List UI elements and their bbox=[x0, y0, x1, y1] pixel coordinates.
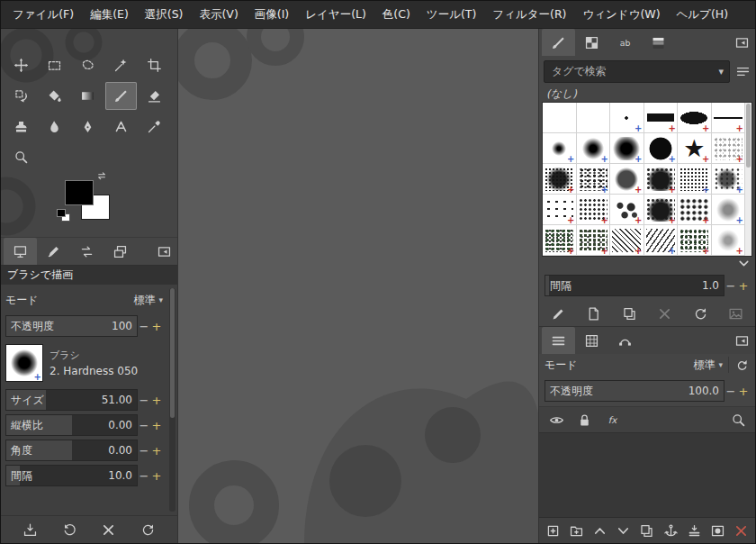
gradients-tab[interactable] bbox=[642, 29, 675, 56]
menu-item-10[interactable]: ヘルプ(H) bbox=[669, 4, 737, 26]
text-tool[interactable] bbox=[105, 113, 137, 141]
tag-search-input[interactable] bbox=[550, 64, 718, 78]
lock-icon[interactable] bbox=[576, 412, 592, 428]
size-increase-button[interactable]: + bbox=[150, 394, 163, 407]
brush-item[interactable]: + bbox=[543, 225, 577, 256]
new-layer-button[interactable] bbox=[543, 521, 562, 540]
duplicate-brush-button[interactable] bbox=[619, 304, 639, 323]
brush-item[interactable]: + bbox=[678, 164, 712, 195]
delete-layer-button[interactable] bbox=[732, 521, 752, 540]
delete-brush-button[interactable] bbox=[655, 304, 675, 323]
menu-item-4[interactable]: 画像(I) bbox=[247, 4, 297, 26]
color-picker-tool[interactable] bbox=[139, 113, 170, 141]
smudge-tool[interactable] bbox=[39, 113, 70, 141]
refresh-brushes-button[interactable] bbox=[690, 304, 710, 323]
brush-item[interactable] bbox=[543, 103, 577, 133]
fx-icon[interactable]: fx bbox=[604, 412, 620, 428]
images-tab[interactable] bbox=[104, 238, 137, 265]
menu-item-3[interactable]: 表示(V) bbox=[191, 4, 246, 26]
layer-search-icon[interactable] bbox=[730, 412, 746, 428]
aspect-ratio-decrease-button[interactable]: − bbox=[138, 419, 150, 432]
brush-filter-expand-button[interactable] bbox=[539, 257, 755, 270]
menu-item-9[interactable]: ウィンドウ(W) bbox=[574, 4, 668, 26]
layer-opacity-increase-button[interactable]: + bbox=[737, 385, 750, 398]
free-select-tool[interactable] bbox=[72, 51, 104, 79]
menu-item-1[interactable]: 編集(E) bbox=[82, 4, 137, 26]
brush-item[interactable]: + bbox=[712, 195, 746, 225]
new-brush-button[interactable] bbox=[584, 304, 604, 323]
tool-options-tab[interactable] bbox=[4, 238, 37, 265]
duplicate-layer-button[interactable] bbox=[637, 521, 657, 540]
brush-item[interactable]: + bbox=[577, 225, 611, 256]
eraser-tool[interactable] bbox=[139, 82, 170, 110]
anchor-layer-button[interactable] bbox=[661, 521, 680, 540]
opacity-increase-button[interactable]: + bbox=[150, 320, 163, 333]
transform-tool[interactable] bbox=[5, 82, 37, 110]
aspect-ratio-increase-button[interactable]: + bbox=[150, 419, 163, 432]
fuzzy-select-tool[interactable] bbox=[105, 51, 137, 79]
brush-item[interactable] bbox=[577, 103, 611, 133]
merge-down-button[interactable] bbox=[684, 521, 704, 540]
brush-selector[interactable]: + ブラシ 2. Hardness 050 bbox=[5, 341, 163, 385]
zoom-tool[interactable] bbox=[5, 143, 37, 171]
menu-item-6[interactable]: 色(C) bbox=[374, 4, 418, 26]
brush-item[interactable]: + bbox=[644, 103, 679, 133]
save-tool-preset-button[interactable] bbox=[21, 520, 40, 539]
foreground-color-swatch[interactable] bbox=[65, 180, 94, 205]
brush-item[interactable]: + bbox=[644, 164, 679, 195]
undo-history-tab[interactable] bbox=[70, 238, 104, 265]
scrollbar-thumb[interactable] bbox=[746, 104, 751, 168]
brushes-tab[interactable] bbox=[542, 29, 575, 56]
opacity-decrease-button[interactable]: − bbox=[138, 320, 150, 333]
move-tool[interactable] bbox=[5, 51, 37, 79]
tag-search-box[interactable]: ▾ bbox=[544, 60, 730, 83]
angle-decrease-button[interactable]: − bbox=[138, 444, 150, 458]
brush-item[interactable]: + bbox=[610, 195, 644, 225]
paintbrush-tool[interactable] bbox=[105, 82, 137, 110]
spacing-increase-button[interactable]: + bbox=[150, 469, 163, 483]
brush-item[interactable]: + bbox=[543, 133, 577, 164]
lower-layer-button[interactable] bbox=[614, 521, 634, 540]
brush-item[interactable]: + bbox=[712, 103, 746, 133]
angle-slider[interactable]: 角度0.00 bbox=[5, 440, 138, 461]
brush-item[interactable]: + bbox=[543, 164, 577, 195]
size-decrease-button[interactable]: − bbox=[138, 394, 150, 407]
add-layer-mask-button[interactable] bbox=[708, 521, 728, 540]
chevron-down-icon[interactable]: ▾ bbox=[718, 66, 724, 77]
brush-item[interactable]: + bbox=[577, 133, 611, 164]
brush-item[interactable]: + bbox=[543, 195, 577, 225]
brush-item[interactable]: + bbox=[678, 225, 712, 256]
brushes-dock-menu-button[interactable] bbox=[731, 29, 752, 56]
new-layer-group-button[interactable] bbox=[566, 521, 586, 540]
spacing-decrease-button[interactable]: − bbox=[724, 279, 737, 293]
tool-options-scrollbar[interactable] bbox=[169, 288, 176, 512]
layers-tab[interactable] bbox=[542, 327, 575, 354]
raise-layer-button[interactable] bbox=[590, 521, 610, 540]
spacing-increase-button[interactable]: + bbox=[737, 279, 750, 293]
scrollbar-thumb[interactable] bbox=[170, 288, 175, 418]
mode-select[interactable]: 標準 ▾ bbox=[133, 293, 163, 308]
edit-brush-button[interactable] bbox=[548, 304, 568, 323]
brush-item[interactable]: + bbox=[712, 133, 746, 164]
ink-tool[interactable] bbox=[72, 113, 104, 141]
brush-item[interactable]: + bbox=[644, 195, 679, 225]
mode-switch-button[interactable] bbox=[728, 357, 750, 373]
brush-item[interactable]: + bbox=[678, 195, 712, 225]
layer-mode-select[interactable]: 標準 ▾ bbox=[693, 358, 723, 373]
menu-item-7[interactable]: ツール(T) bbox=[418, 4, 484, 26]
restore-tool-preset-button[interactable] bbox=[59, 520, 79, 539]
open-brush-as-image-button[interactable] bbox=[726, 304, 746, 323]
canvas[interactable] bbox=[178, 28, 541, 543]
brush-item[interactable]: + bbox=[610, 225, 644, 256]
layers-list[interactable] bbox=[539, 433, 755, 518]
brush-item[interactable]: + bbox=[644, 225, 679, 256]
fonts-tab[interactable]: ab bbox=[608, 29, 642, 56]
size-slider[interactable]: サイズ51.00 bbox=[5, 389, 138, 411]
brush-item[interactable]: + bbox=[610, 103, 644, 133]
paths-tab[interactable] bbox=[608, 327, 642, 354]
spacing-slider[interactable]: 間隔10.0 bbox=[5, 465, 138, 486]
rectangle-select-tool[interactable] bbox=[39, 51, 70, 79]
swap-colors-icon[interactable] bbox=[94, 171, 110, 186]
bucket-fill-tool[interactable] bbox=[39, 82, 70, 110]
menu-item-0[interactable]: ファイル(F) bbox=[4, 4, 82, 26]
